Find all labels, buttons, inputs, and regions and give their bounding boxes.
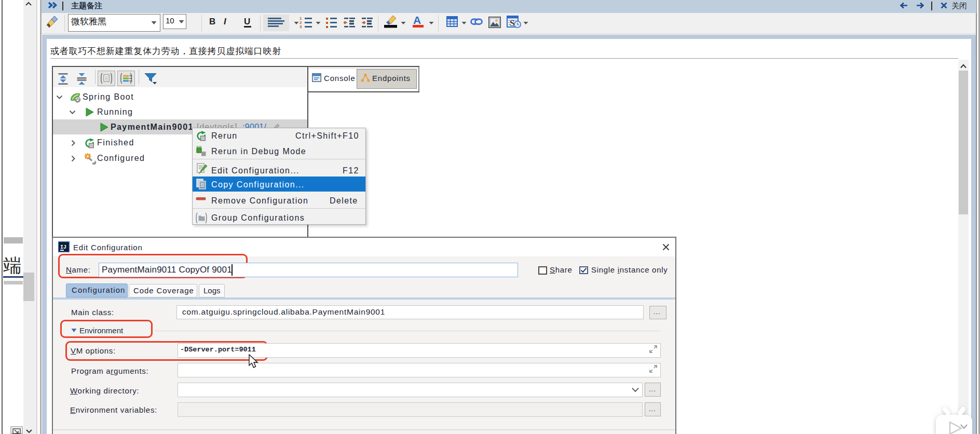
svg-text:S: S xyxy=(510,18,514,28)
svg-text:IJ: IJ xyxy=(60,245,66,250)
